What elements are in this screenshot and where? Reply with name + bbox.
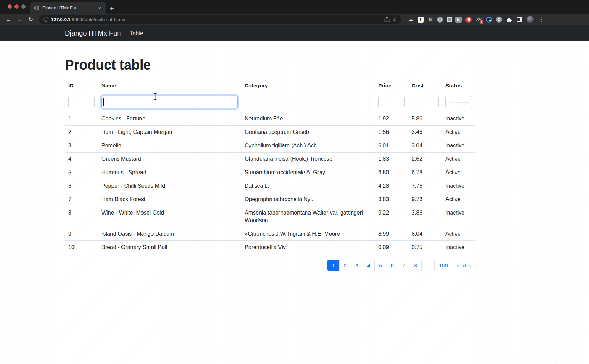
cell-category: Opegrapha ochrocheila Nyl. [241, 193, 375, 206]
cell-name: Cookies - Fortune [98, 112, 241, 126]
category-filter-input[interactable] [245, 96, 371, 108]
cell-category: Neurodium Fée [241, 112, 375, 126]
document-extension-icon[interactable] [447, 17, 452, 22]
h-extension-icon[interactable]: h. [455, 17, 462, 23]
page-button-5[interactable]: 5 [374, 260, 386, 271]
cell-name: Island Oasis - Mango Daiquiri [98, 227, 241, 241]
url-path: :8000/table/multi-col-htmx/ [70, 17, 125, 22]
cell-name: Bread - Granary Small Pull [98, 241, 241, 254]
lock-extension-icon[interactable] [486, 17, 492, 23]
cell-status: Inactive [442, 179, 475, 193]
page-button-3[interactable]: 3 [351, 260, 363, 271]
table-row: 2 Rum - Light, Captain Morgan Gentiana s… [65, 126, 475, 139]
cell-price: 6.01 [375, 139, 408, 153]
cell-status: Inactive [442, 206, 475, 227]
navbar-brand[interactable]: Django HTMx Fun [65, 29, 121, 37]
table-row: 1 Cookies - Fortune Neurodium Fée 1.92 5… [65, 112, 475, 126]
id-filter-input[interactable] [68, 96, 95, 108]
column-header-id: ID [65, 80, 98, 92]
cell-cost: 8.04 [408, 227, 442, 241]
cell-name: Greens Mustard [98, 153, 241, 166]
cell-status: Inactive [442, 139, 475, 153]
reload-icon[interactable]: ↻ [26, 16, 35, 23]
cell-status: Active [442, 227, 475, 241]
cell-price: 1.92 [375, 112, 408, 126]
table-row: 10 Bread - Granary Small Pull Parentucel… [65, 241, 475, 254]
cell-id: 2 [65, 126, 98, 139]
cell-price: 6.80 [375, 166, 408, 179]
page-button-2[interactable]: 2 [339, 260, 351, 271]
table-row: 4 Greens Mustard Glandularia incisa (Hoo… [65, 153, 475, 166]
cell-price: 9.22 [375, 206, 408, 227]
page-button-1[interactable]: 1 [327, 260, 340, 271]
profile-avatar[interactable] [527, 16, 534, 23]
forward-icon[interactable]: → [15, 16, 24, 23]
window-controls[interactable] [8, 4, 26, 9]
side-panel-icon[interactable] [516, 16, 523, 23]
scribble-extension-icon[interactable]: 1 [475, 16, 482, 23]
instapaper-extension-icon[interactable]: I [418, 17, 424, 23]
cell-category: Gentiana sceptrum Griseb. [241, 126, 375, 139]
cell-cost: 3.86 [408, 206, 442, 227]
browser-toolbar: ← → ↻ ⓘ 127.0.0.1:8000/table/multi-col-h… [0, 14, 589, 25]
cell-cost: 5.80 [408, 112, 442, 126]
cell-id: 7 [65, 193, 98, 206]
cell-price: 0.09 [375, 241, 408, 254]
site-navbar: Django HTMx Fun Table [0, 25, 589, 41]
cloud-extension-icon[interactable]: ☁ [407, 16, 414, 23]
cell-cost: 3.04 [408, 139, 442, 153]
address-bar[interactable]: ⓘ 127.0.0.1:8000/table/multi-col-htmx/ ☆ [39, 15, 401, 24]
browser-tab[interactable]: Django HTMx Fun × [30, 2, 106, 14]
back-icon[interactable]: ← [4, 16, 13, 23]
camera-extension-icon[interactable] [437, 17, 443, 23]
cell-id: 6 [65, 179, 98, 193]
cell-name: Pomello [98, 139, 241, 153]
browser-tab-strip: Django HTMx Fun × + [0, 0, 589, 14]
page-button-8[interactable]: 8 [410, 260, 422, 271]
cell-status: Active [442, 166, 475, 179]
window-close-button[interactable] [8, 4, 12, 9]
table-row: 3 Pomello Cyphelium tigillare (Ach.) Ach… [65, 139, 475, 153]
new-tab-button[interactable]: + [110, 5, 114, 12]
navbar-link-table[interactable]: Table [130, 30, 143, 37]
status-filter-select[interactable]: --------- [445, 96, 472, 108]
price-filter-input[interactable] [378, 96, 405, 108]
g-extension-icon[interactable]: G [496, 17, 502, 23]
page-button-100[interactable]: 100 [434, 260, 452, 271]
cell-cost: 2.62 [408, 153, 442, 166]
cell-id: 4 [65, 153, 98, 166]
window-zoom-button[interactable] [21, 4, 26, 9]
cell-price: 4.28 [375, 179, 408, 193]
page-button-7[interactable]: 7 [398, 260, 410, 271]
cell-cost: 7.76 [408, 179, 442, 193]
page-button-6[interactable]: 6 [386, 260, 398, 271]
page-button-4[interactable]: 4 [363, 260, 375, 271]
share-icon[interactable] [384, 17, 390, 22]
cell-category: ×Citroncirus J.W. Ingram & H.E. Moore [241, 227, 375, 241]
name-filter-input[interactable] [101, 96, 238, 108]
cell-cost: 9.73 [408, 193, 442, 206]
column-header-category: Category [241, 80, 375, 92]
column-header-name: Name [98, 80, 241, 92]
browser-menu-icon[interactable]: ⋮ [538, 16, 544, 23]
cell-id: 9 [65, 227, 98, 241]
cell-name: Ham Black Forest [98, 193, 241, 206]
extensions-puzzle-icon[interactable] [506, 16, 512, 23]
next-page-button[interactable]: next » [452, 260, 475, 271]
bookmark-star-icon[interactable]: ☆ [392, 17, 397, 23]
mail-extension-icon[interactable]: M [428, 17, 433, 22]
cell-category: Glandularia incisa (Hook.) Troncoso [241, 153, 375, 166]
cell-id: 3 [65, 139, 98, 153]
cell-id: 8 [65, 206, 98, 227]
pill-extension-icon[interactable] [465, 17, 472, 23]
cell-status: Inactive [442, 241, 475, 254]
cell-category: Amsonia tabernaemontana Walter var. gatt… [241, 206, 375, 227]
window-minimize-button[interactable] [14, 4, 19, 9]
column-header-price: Price [375, 80, 408, 92]
cell-price: 1.56 [375, 126, 408, 139]
cost-filter-input[interactable] [412, 96, 439, 108]
tab-close-icon[interactable]: × [97, 5, 103, 11]
table-header-row: ID Name Category Price Cost Status [65, 80, 475, 92]
cell-price: 8.99 [375, 227, 408, 241]
site-info-icon[interactable]: ⓘ [43, 17, 48, 23]
